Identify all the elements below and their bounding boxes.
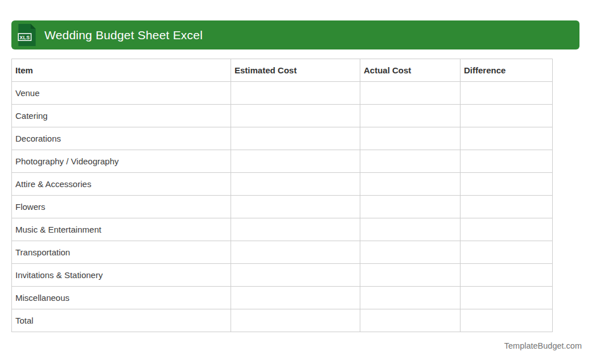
table-row: Miscellaneous bbox=[12, 287, 553, 309]
estimated-cost-cell bbox=[231, 309, 360, 332]
difference-cell bbox=[461, 287, 553, 309]
xls-icon-label: XLS bbox=[19, 35, 30, 40]
item-cell: Venue bbox=[12, 82, 231, 105]
difference-cell bbox=[461, 105, 553, 127]
table-row: Music & Entertainment bbox=[12, 218, 553, 241]
actual-cost-cell bbox=[360, 309, 461, 332]
item-cell: Transportation bbox=[12, 241, 231, 264]
table-row: Total bbox=[12, 309, 553, 332]
page-title: Wedding Budget Sheet Excel bbox=[44, 28, 203, 42]
table-row: Catering bbox=[12, 105, 553, 127]
estimated-cost-cell bbox=[231, 127, 360, 150]
estimated-cost-cell bbox=[231, 264, 360, 287]
table-body: Venue Catering Decorations Photography /… bbox=[12, 82, 553, 332]
title-bar: XLS Wedding Budget Sheet Excel bbox=[11, 20, 579, 49]
item-cell: Total bbox=[12, 309, 231, 332]
table-row: Decorations bbox=[12, 127, 553, 150]
difference-cell bbox=[461, 218, 553, 241]
difference-cell bbox=[461, 196, 553, 218]
actual-cost-cell bbox=[360, 173, 461, 196]
column-header-difference: Difference bbox=[461, 59, 553, 82]
estimated-cost-cell bbox=[231, 196, 360, 218]
actual-cost-cell bbox=[360, 241, 461, 264]
actual-cost-cell bbox=[360, 82, 461, 105]
xls-file-icon: XLS bbox=[18, 24, 36, 46]
estimated-cost-cell bbox=[231, 287, 360, 309]
difference-cell bbox=[461, 309, 553, 332]
estimated-cost-cell bbox=[231, 105, 360, 127]
estimated-cost-cell bbox=[231, 218, 360, 241]
estimated-cost-cell bbox=[231, 241, 360, 264]
table-row: Photography / Videography bbox=[12, 150, 553, 173]
actual-cost-cell bbox=[360, 150, 461, 173]
actual-cost-cell bbox=[360, 105, 461, 127]
actual-cost-cell bbox=[360, 264, 461, 287]
estimated-cost-cell bbox=[231, 82, 360, 105]
table-header-row: Item Estimated Cost Actual Cost Differen… bbox=[12, 59, 553, 82]
item-cell: Attire & Accessories bbox=[12, 173, 231, 196]
item-cell: Decorations bbox=[12, 127, 231, 150]
budget-table: Item Estimated Cost Actual Cost Differen… bbox=[11, 59, 553, 332]
difference-cell bbox=[461, 264, 553, 287]
item-cell: Flowers bbox=[12, 196, 231, 218]
actual-cost-cell bbox=[360, 218, 461, 241]
item-cell: Photography / Videography bbox=[12, 150, 231, 173]
item-cell: Catering bbox=[12, 105, 231, 127]
actual-cost-cell bbox=[360, 127, 461, 150]
difference-cell bbox=[461, 241, 553, 264]
difference-cell bbox=[461, 173, 553, 196]
estimated-cost-cell bbox=[231, 173, 360, 196]
estimated-cost-cell bbox=[231, 150, 360, 173]
table-row: Transportation bbox=[12, 241, 553, 264]
actual-cost-cell bbox=[360, 287, 461, 309]
table-row: Attire & Accessories bbox=[12, 173, 553, 196]
column-header-estimated-cost: Estimated Cost bbox=[231, 59, 360, 82]
difference-cell bbox=[461, 150, 553, 173]
column-header-item: Item bbox=[12, 59, 231, 82]
site-credit: TemplateBudget.com bbox=[504, 341, 582, 350]
item-cell: Miscellaneous bbox=[12, 287, 231, 309]
column-header-actual-cost: Actual Cost bbox=[360, 59, 461, 82]
difference-cell bbox=[461, 127, 553, 150]
actual-cost-cell bbox=[360, 196, 461, 218]
item-cell: Music & Entertainment bbox=[12, 218, 231, 241]
table-row: Venue bbox=[12, 82, 553, 105]
item-cell: Invitations & Stationery bbox=[12, 264, 231, 287]
table-row: Flowers bbox=[12, 196, 553, 218]
difference-cell bbox=[461, 82, 553, 105]
table-row: Invitations & Stationery bbox=[12, 264, 553, 287]
